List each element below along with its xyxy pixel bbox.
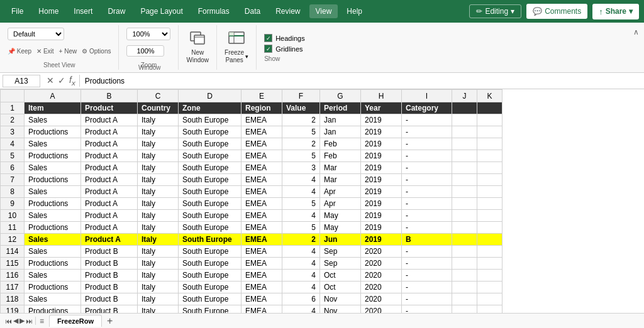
cell-j[interactable] [452, 222, 477, 234]
cell-g[interactable]: Apr [320, 198, 361, 210]
cell-k[interactable] [477, 222, 502, 234]
cell-c[interactable]: Italy [138, 222, 179, 234]
cell-f[interactable]: 5 [282, 222, 320, 234]
gridlines-checkbox[interactable]: ✓ [264, 45, 272, 53]
cell-g[interactable]: May [320, 210, 361, 222]
confirm-formula-icon[interactable]: ✓ [58, 75, 65, 85]
cell-g[interactable]: Sep [320, 246, 361, 258]
insert-function-icon[interactable]: fx [69, 75, 75, 87]
cell-h[interactable]: 2019 [361, 138, 402, 150]
cell-k[interactable] [477, 258, 502, 270]
cell-k[interactable] [477, 282, 502, 293]
cell-f[interactable]: 4 [282, 270, 320, 282]
cell-e[interactable]: EMEA [242, 246, 282, 258]
cell-h[interactable]: 2020 [361, 305, 402, 314]
cell-b[interactable]: Product A [81, 234, 138, 246]
cell-e[interactable]: EMEA [242, 305, 282, 314]
col-header-c[interactable]: C [138, 90, 179, 102]
col-header-e[interactable]: E [242, 90, 282, 102]
cell-b[interactable]: Product B [81, 246, 138, 258]
cell-i[interactable]: - [402, 305, 452, 314]
cell-i[interactable]: - [402, 138, 452, 150]
sheet-tab-nav-left[interactable]: ⏮ ◀ ▶ ⏭ [3, 317, 36, 325]
cell-i[interactable]: - [402, 282, 452, 293]
cell-e[interactable]: EMEA [242, 174, 282, 186]
cell-e[interactable]: EMEA [242, 150, 282, 162]
cell-h[interactable]: 2019 [361, 174, 402, 186]
cell-b[interactable]: Product A [81, 174, 138, 186]
cell-i[interactable]: - [402, 246, 452, 258]
cell-g[interactable]: Jan [320, 126, 361, 138]
cell-h[interactable]: 2019 [361, 126, 402, 138]
cell-i[interactable]: - [402, 293, 452, 305]
header-category[interactable]: Category [402, 102, 452, 114]
cell-f[interactable]: 4 [282, 305, 320, 314]
cell-d[interactable]: South Europe [179, 305, 242, 314]
cell-f[interactable]: 4 [282, 210, 320, 222]
headings-checkbox[interactable]: ✓ [264, 34, 272, 42]
cell-k[interactable] [477, 126, 502, 138]
cell-j[interactable] [452, 150, 477, 162]
cell-j[interactable] [452, 198, 477, 210]
cell-f[interactable]: 4 [282, 174, 320, 186]
cell-i[interactable]: - [402, 210, 452, 222]
cell-a[interactable]: Productions [25, 305, 81, 314]
header-country[interactable]: Country [138, 102, 179, 114]
formula-input[interactable] [82, 75, 641, 87]
cell-g[interactable]: Feb [320, 138, 361, 150]
cell-e[interactable]: EMEA [242, 138, 282, 150]
cell-g[interactable]: Mar [320, 174, 361, 186]
cell-f[interactable]: 2 [282, 138, 320, 150]
cell-h[interactable]: 2019 [361, 234, 402, 246]
header-item[interactable]: Item [25, 102, 81, 114]
cell-j[interactable] [452, 246, 477, 258]
cell-h[interactable]: 2019 [361, 222, 402, 234]
cell-d[interactable]: South Europe [179, 246, 242, 258]
cell-b[interactable]: Product B [81, 282, 138, 293]
col-header-a[interactable]: A [25, 90, 81, 102]
menu-draw[interactable]: Draw [101, 4, 131, 18]
cell-e[interactable]: EMEA [242, 114, 282, 126]
cell-c[interactable]: Italy [138, 174, 179, 186]
cell-a[interactable]: Sales [25, 234, 81, 246]
cell-h[interactable]: 2019 [361, 114, 402, 126]
cell-c[interactable]: Italy [138, 126, 179, 138]
cell-e[interactable]: EMEA [242, 234, 282, 246]
cell-c[interactable]: Italy [138, 138, 179, 150]
cell-e[interactable]: EMEA [242, 210, 282, 222]
cell-e[interactable]: EMEA [242, 282, 282, 293]
tab-nav-prev[interactable]: ◀ [13, 317, 18, 325]
header-zone[interactable]: Zone [179, 102, 242, 114]
cell-a[interactable]: Sales [25, 246, 81, 258]
col-header-f[interactable]: F [282, 90, 320, 102]
col-header-h[interactable]: H [361, 90, 402, 102]
cell-e[interactable]: EMEA [242, 222, 282, 234]
keep-btn[interactable]: 📌 Keep [8, 48, 31, 55]
cell-i[interactable]: - [402, 150, 452, 162]
cell-f[interactable]: 4 [282, 186, 320, 198]
ribbon-collapse-button[interactable]: ∧ [633, 28, 639, 36]
cell-d[interactable]: South Europe [179, 258, 242, 270]
header-period[interactable]: Period [320, 102, 361, 114]
cell-g[interactable]: Oct [320, 282, 361, 293]
cell-d[interactable]: South Europe [179, 126, 242, 138]
cell-c[interactable]: Italy [138, 150, 179, 162]
cell-g[interactable]: Jan [320, 114, 361, 126]
menu-view[interactable]: View [309, 4, 338, 18]
menu-page-layout[interactable]: Page Layout [134, 4, 189, 18]
cell-k[interactable] [477, 138, 502, 150]
cell-a[interactable]: Productions [25, 258, 81, 270]
cell-k[interactable] [477, 234, 502, 246]
cell-i[interactable]: B [402, 234, 452, 246]
cell-k[interactable] [477, 270, 502, 282]
cell-c[interactable]: Italy [138, 282, 179, 293]
cell-b[interactable]: Product A [81, 186, 138, 198]
cell-a[interactable]: Productions [25, 282, 81, 293]
cell-a[interactable]: Productions [25, 150, 81, 162]
cell-k[interactable] [477, 150, 502, 162]
exit-btn[interactable]: ✕ Exit [36, 48, 53, 55]
cell-a[interactable]: Sales [25, 210, 81, 222]
cell-j[interactable] [452, 305, 477, 314]
col-header-j[interactable]: J [452, 90, 477, 102]
new-window-button[interactable]: NewWindow [186, 28, 209, 64]
